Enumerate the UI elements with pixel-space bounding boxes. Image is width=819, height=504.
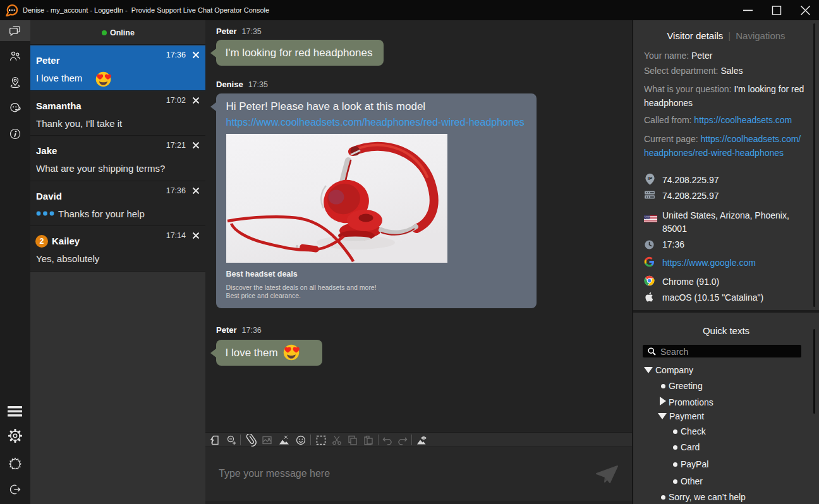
svg-text:IP: IP xyxy=(648,176,652,181)
